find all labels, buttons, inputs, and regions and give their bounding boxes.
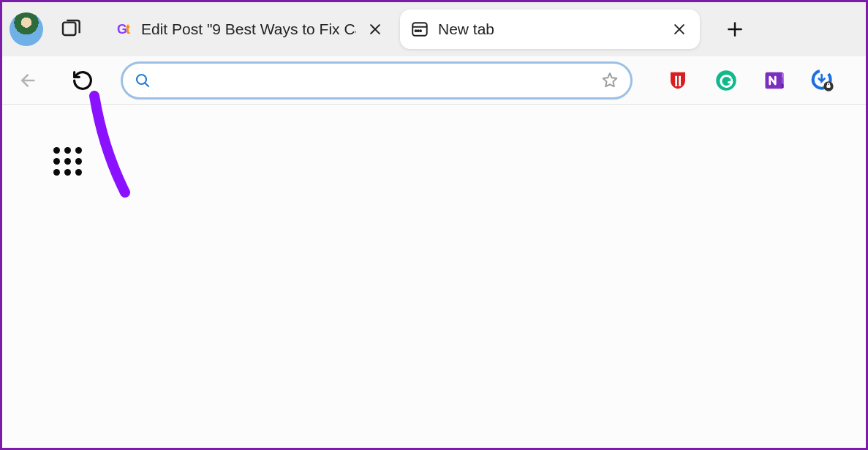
address-input[interactable] [162,72,600,89]
svg-point-2 [415,30,417,31]
svg-rect-0 [63,23,75,35]
svg-point-8 [675,83,677,86]
toolbar [2,56,866,105]
refresh-button[interactable] [67,64,99,97]
svg-point-9 [679,83,681,86]
svg-rect-12 [782,73,784,78]
ublock-extension-icon[interactable] [666,69,690,92]
tab-strip: Gt Edit Post "9 Best Ways to Fix Can New… [2,2,866,56]
tab-title: New tab [438,20,660,38]
tab-edit-post[interactable]: Gt Edit Post "9 Best Ways to Fix Can [103,10,396,49]
apps-launcher-icon[interactable] [53,147,83,176]
workspaces-icon[interactable] [59,17,84,42]
extensions-area [666,69,830,92]
address-bar[interactable] [121,61,633,100]
svg-rect-14 [782,84,784,88]
newtab-favicon-icon [410,20,429,39]
grammarly-extension-icon[interactable] [714,69,738,92]
guidingtech-favicon-icon: Gt [113,20,132,39]
svg-rect-1 [412,23,427,35]
onenote-extension-icon[interactable] [763,69,786,92]
profile-avatar[interactable] [10,12,43,46]
close-tab-icon[interactable] [669,19,690,40]
new-tab-button[interactable] [719,13,751,45]
favorite-star-icon[interactable] [600,70,620,91]
search-icon [133,71,152,90]
tab-title: Edit Post "9 Best Ways to Fix Can [141,20,356,38]
tab-new-tab[interactable]: New tab [400,10,700,49]
svg-rect-7 [679,75,681,83]
svg-rect-13 [782,78,784,83]
svg-point-3 [418,30,419,31]
svg-rect-6 [675,75,677,83]
svg-point-4 [420,30,421,31]
back-button[interactable] [12,64,45,97]
svg-rect-17 [826,85,830,88]
close-tab-icon[interactable] [365,19,385,40]
new-tab-page [2,105,866,448]
idm-extension-icon[interactable] [811,69,834,92]
